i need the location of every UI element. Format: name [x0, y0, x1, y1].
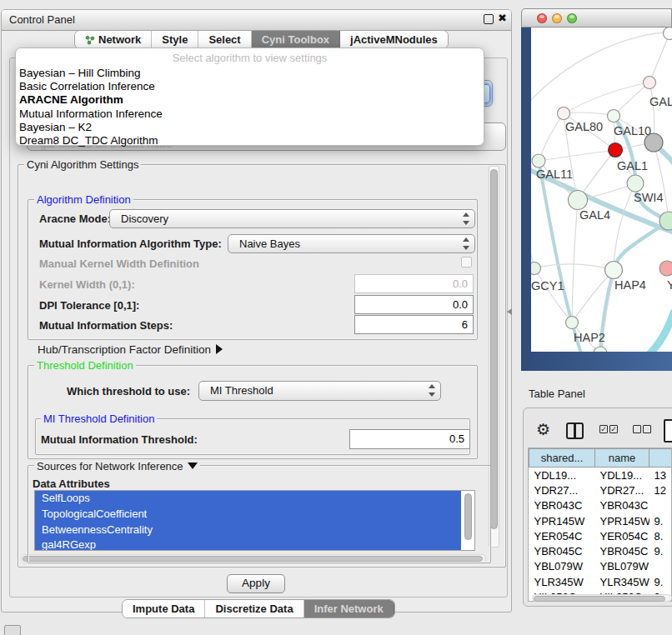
- dropdown-item-basic-correlation-inference[interactable]: Basic Correlation Inference: [16, 80, 484, 93]
- network-node[interactable]: [664, 28, 672, 40]
- collapse-down-icon[interactable]: [188, 462, 198, 469]
- network-edge[interactable]: [648, 312, 672, 352]
- table-row[interactable]: YER054CYER054C8.: [529, 528, 672, 543]
- network-node-gal10[interactable]: [608, 110, 620, 122]
- network-node-gal11[interactable]: [532, 154, 545, 168]
- table-cell[interactable]: 8.: [649, 528, 672, 543]
- dropdown-item-mutual-information-inference[interactable]: Mutual Information Inference: [16, 108, 484, 121]
- sources-title[interactable]: Sources for Network Inference: [34, 460, 200, 472]
- data-attributes-list[interactable]: SelfLoopsTopologicalCoefficientBetweenne…: [34, 490, 475, 551]
- attribute-item-gal4rgexp[interactable]: gal4RGexp: [35, 538, 461, 551]
- close-traffic-light-icon[interactable]: [537, 13, 547, 23]
- attribute-item-selfloops[interactable]: SelfLoops: [35, 491, 461, 507]
- attr-list-scroll-thumb[interactable]: [464, 493, 472, 540]
- network-window-titlebar[interactable]: [521, 8, 672, 28]
- tab-cyni-toolbox[interactable]: Cyni Toolbox: [252, 31, 340, 48]
- network-node-gal80[interactable]: [558, 108, 570, 120]
- which-threshold-combobox[interactable]: MI Threshold: [198, 381, 441, 401]
- table-cell[interactable]: 9.: [649, 543, 672, 558]
- select-all-checkbox-icon-2[interactable]: ✓: [609, 425, 618, 433]
- table-cell[interactable]: [649, 498, 672, 513]
- table-row[interactable]: YDR27...YDR27...12: [529, 482, 672, 498]
- column-header-extra[interactable]: [649, 449, 672, 468]
- network-edge[interactable]: [572, 200, 578, 322]
- table-cell[interactable]: YPR145W: [595, 513, 649, 528]
- column-header-name[interactable]: name: [595, 449, 649, 468]
- deselect-checkbox-icon-1[interactable]: [633, 425, 641, 433]
- float-window-icon[interactable]: [484, 14, 494, 24]
- dropdown-item-bayesian-k2[interactable]: Bayesian – K2: [16, 121, 484, 134]
- mi-threshold-field[interactable]: 0.5: [349, 429, 470, 449]
- tab-select[interactable]: Select: [198, 31, 251, 48]
- tab-impute-data[interactable]: Impute Data: [123, 600, 205, 618]
- mi-type-combobox[interactable]: Naive Bayes: [228, 234, 475, 253]
- dropdown-item-dream8-dc-tdc-algorithm[interactable]: Dream8 DC_TDC Algorithm: [16, 134, 484, 148]
- network-node-gcy1[interactable]: [531, 262, 541, 275]
- manual-kernel-checkbox[interactable]: [461, 257, 472, 268]
- column-header-shared[interactable]: shared...: [529, 449, 595, 468]
- network-edge[interactable]: [614, 82, 649, 116]
- table-row[interactable]: YBR043CYBR043C: [529, 498, 672, 513]
- network-edge[interactable]: [539, 150, 615, 161]
- table-cell[interactable]: YDR27...: [595, 482, 649, 498]
- table-cell[interactable]: YBR043C: [595, 498, 649, 513]
- table-cell[interactable]: YER054C: [595, 528, 649, 543]
- network-edge[interactable]: [564, 112, 614, 116]
- attribute-item-topologicalcoefficient[interactable]: TopologicalCoefficient: [35, 507, 461, 522]
- table-cell[interactable]: 13: [649, 468, 672, 483]
- column-layout-icon[interactable]: [566, 422, 584, 439]
- tab-style[interactable]: Style: [152, 31, 198, 48]
- network-node-gal4[interactable]: [569, 191, 588, 210]
- kernel-width-field[interactable]: 0.0: [354, 274, 474, 293]
- table-cell[interactable]: YBR045C: [595, 543, 649, 558]
- deselect-checkbox-icon-2[interactable]: [643, 425, 651, 433]
- hub-section-toggle[interactable]: Hub/Transcription Factor Definition: [38, 343, 223, 356]
- network-node-y[interactable]: [659, 261, 672, 276]
- tab-infer-network[interactable]: Infer Network: [304, 600, 394, 618]
- dropdown-item-bayesian-hill-climbing[interactable]: Bayesian – Hill Climbing: [16, 67, 484, 80]
- network-node-swi4[interactable]: [627, 175, 644, 192]
- table-cell[interactable]: YBR043C: [529, 498, 595, 513]
- document-icon[interactable]: [664, 419, 672, 442]
- select-all-checkbox-icon-1[interactable]: ✓: [599, 425, 608, 433]
- table-row[interactable]: YBL079WYBL079W: [529, 559, 672, 574]
- attribute-item-betweennesscentrality[interactable]: BetweennessCentrality: [35, 522, 461, 538]
- table-cell[interactable]: YLR345W: [595, 574, 649, 589]
- network-edge[interactable]: [614, 183, 635, 270]
- apply-button[interactable]: Apply: [227, 574, 285, 593]
- table-cell[interactable]: YPR145W: [529, 513, 595, 528]
- zoom-traffic-light-icon[interactable]: [567, 13, 577, 23]
- dpi-tolerance-field[interactable]: 0.0: [354, 295, 474, 314]
- tab-network[interactable]: Network: [75, 31, 152, 48]
- expand-right-icon[interactable]: [216, 344, 223, 354]
- settings-gear-icon[interactable]: ⚙: [536, 420, 550, 440]
- table-cell[interactable]: YBL079W: [595, 559, 649, 574]
- tab-jactivemnodules[interactable]: jActiveMNodules: [340, 31, 448, 48]
- minimize-traffic-light-icon[interactable]: [552, 13, 562, 23]
- table-row[interactable]: YPR145WYPR145W9.: [529, 513, 672, 528]
- table-cell[interactable]: YDL19...: [595, 468, 649, 483]
- tab-discretize-data[interactable]: Discretize Data: [205, 600, 303, 618]
- table-cell[interactable]: YLR345W: [529, 574, 595, 589]
- table-cell[interactable]: YDL19...: [529, 468, 595, 483]
- settings-vscroll-thumb[interactable]: [490, 169, 498, 529]
- table-cell[interactable]: YBL079W: [529, 559, 595, 574]
- table-row[interactable]: YLR345WYLR345W9.: [529, 574, 672, 589]
- minimized-widget[interactable]: [4, 625, 21, 635]
- network-edge[interactable]: [539, 113, 564, 161]
- network-node-hap2[interactable]: [566, 317, 579, 329]
- table-cell[interactable]: YER054C: [529, 528, 595, 543]
- table-cell[interactable]: [649, 559, 672, 574]
- control-panel-titlebar[interactable]: Control Panel ✖: [2, 10, 511, 31]
- network-node-gal1[interactable]: [609, 143, 623, 158]
- table-hscroll-thumb[interactable]: [534, 596, 665, 602]
- table-cell[interactable]: YBR045C: [529, 543, 595, 558]
- table-cell[interactable]: 12: [649, 482, 672, 498]
- aracne-mode-combobox[interactable]: Discovery: [109, 209, 475, 228]
- node-table[interactable]: shared...name YDL19...YDL19...13YDR27...…: [528, 448, 672, 602]
- network-node-hap4[interactable]: [605, 262, 623, 279]
- table-row[interactable]: YDL19...YDL19...13: [529, 468, 672, 483]
- network-canvas[interactable]: GALGAL80GAL10GAL1GAL11SWI4GAL4GCY1HAP4YH…: [531, 28, 672, 352]
- table-cell[interactable]: 9.: [649, 513, 672, 528]
- network-node[interactable]: [594, 347, 607, 352]
